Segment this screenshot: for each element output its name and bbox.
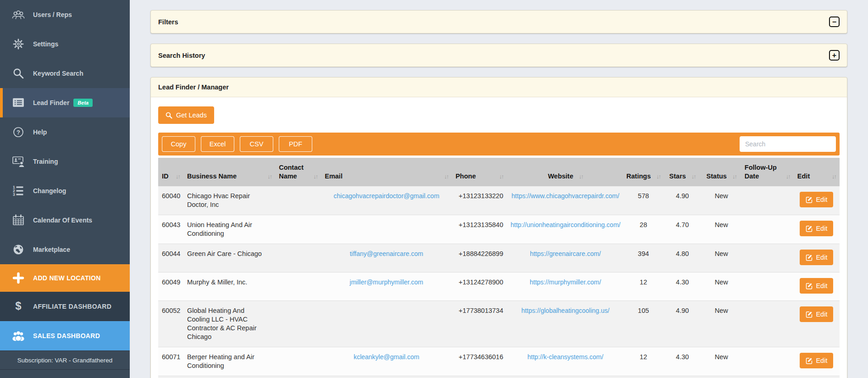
cell-text: 12 xyxy=(640,353,647,361)
cell-text: +13124278900 xyxy=(459,278,503,286)
cell-business_name: Green Air Care - Chicago xyxy=(183,244,275,272)
list-card-icon xyxy=(11,97,26,108)
sidebar-item-marketplace[interactable]: Marketplace xyxy=(0,235,130,264)
training-icon xyxy=(11,156,26,167)
cell-edit: Edit xyxy=(794,301,840,347)
sidebar-item-changelog[interactable]: 123 Changelog xyxy=(0,176,130,206)
cell-text: 4.90 xyxy=(676,192,689,200)
csv-button[interactable]: CSV xyxy=(240,136,273,152)
cell-ratings: 12 xyxy=(624,272,663,301)
website-link[interactable]: https://greenaircare.com/ xyxy=(530,250,601,257)
website-link[interactable]: http://unionheatingairconditioning.com/ xyxy=(510,221,620,228)
cell-status: New xyxy=(702,215,741,244)
column-header-ratings[interactable]: Ratings↓↑ xyxy=(624,158,663,186)
cell-text: 578 xyxy=(638,192,649,200)
sales-dashboard-button[interactable]: SALES DASHBOARD xyxy=(0,321,130,350)
edit-button[interactable]: Edit xyxy=(800,221,833,236)
lead-finder-panel-body: Get Leads Copy Excel CSV PDF ID↓↑ xyxy=(151,97,847,378)
copy-button[interactable]: Copy xyxy=(162,136,195,152)
column-header-stars[interactable]: Stars↓↑ xyxy=(663,158,702,186)
cell-phone xyxy=(452,376,507,378)
sort-icon: ↓↑ xyxy=(266,172,271,181)
get-leads-button[interactable]: Get Leads xyxy=(158,106,214,124)
website-link[interactable]: https://www.chicagohvacrepairdr.com/ xyxy=(512,192,619,200)
sidebar-item-label: Lead Finder xyxy=(33,99,69,106)
sidebar-item-training[interactable]: Training xyxy=(0,147,130,176)
column-header-website[interactable]: Website↓↑ xyxy=(507,158,624,186)
cell-email xyxy=(321,376,452,378)
affiliate-dashboard-button[interactable]: $ AFFILIATE DASHBOARD xyxy=(0,292,130,321)
affiliate-dashboard-label: AFFILIATE DASHBOARD xyxy=(33,303,111,310)
users-icon xyxy=(11,9,26,21)
edit-button[interactable]: Edit xyxy=(800,353,833,368)
collapse-icon[interactable]: − xyxy=(829,17,840,27)
sidebar-item-keyword-search[interactable]: Keyword Search xyxy=(0,59,130,88)
cell-stars: 4.30 xyxy=(663,272,702,301)
cell-text: Global Heating And Cooling LLC - HVAC Co… xyxy=(187,306,263,341)
column-header-contact-name[interactable]: Contact Name↓↑ xyxy=(275,158,321,186)
sidebar-item-settings[interactable]: Settings xyxy=(0,29,130,59)
add-new-location-button[interactable]: ADD NEW LOCATION xyxy=(0,264,130,292)
cell-website: https://www.chicagohvacrepairdr.com/ xyxy=(507,186,624,215)
edit-button[interactable]: Edit xyxy=(800,278,833,294)
edit-button[interactable]: Edit xyxy=(800,306,833,322)
email-link[interactable]: jmiller@murphymiller.com xyxy=(350,278,423,286)
cell-business_name: Chicago Hvac Repair Doctor, Inc xyxy=(183,186,275,215)
column-header-follow-up-date[interactable]: Follow-Up Date↓↑ xyxy=(741,158,794,186)
sidebar-item-lead-finder[interactable]: Lead Finder Beta xyxy=(0,88,130,117)
cell-edit: Edit xyxy=(794,244,840,272)
website-link[interactable]: http://k-cleansystems.com/ xyxy=(527,353,603,361)
edit-pencil-icon xyxy=(806,283,813,289)
column-header-edit[interactable]: Edit↓↑ xyxy=(794,158,840,186)
edit-button[interactable]: Edit xyxy=(800,250,833,265)
email-link[interactable]: tiffany@greenaircare.com xyxy=(350,250,423,257)
cell-phone: +13123135840 xyxy=(452,215,507,244)
pdf-button[interactable]: PDF xyxy=(279,136,312,152)
cell-contact_name xyxy=(275,244,321,272)
cell-text: +13123133220 xyxy=(459,192,503,200)
table-row: 60043Union Heating And Air Conditioning+… xyxy=(158,215,840,244)
cell-contact_name xyxy=(275,272,321,301)
cell-edit: Edit xyxy=(794,376,840,378)
cell-business_name: Murphy & Miller, Inc. xyxy=(183,272,275,301)
column-header-business-name[interactable]: Business Name↓↑ xyxy=(183,158,275,186)
website-link[interactable]: https://globalheatingcooling.us/ xyxy=(521,307,609,314)
export-toolbar: Copy Excel CSV PDF xyxy=(158,133,840,156)
cell-status: New xyxy=(702,244,741,272)
email-link[interactable]: chicagohvacrepairdoctor@gmail.com xyxy=(334,192,440,200)
sales-dashboard-label: SALES DASHBOARD xyxy=(33,332,100,339)
cell-edit: Edit xyxy=(794,272,840,301)
numbered-list-icon: 123 xyxy=(11,185,26,197)
cell-id: 60052 xyxy=(158,301,183,347)
leads-table: ID↓↑ Business Name↓↑ Contact Name↓↑ Emai… xyxy=(158,158,840,378)
edit-button[interactable]: Edit xyxy=(800,192,833,207)
filters-panel: Filters − xyxy=(150,10,847,33)
table-search-input[interactable] xyxy=(740,136,836,152)
table-row: 60052Global Heating And Cooling LLC - HV… xyxy=(158,301,840,347)
excel-button[interactable]: Excel xyxy=(201,136,234,152)
cell-phone: +13124278900 xyxy=(452,272,507,301)
expand-icon[interactable]: + xyxy=(829,50,840,61)
cell-text: 12 xyxy=(640,278,647,286)
sidebar-item-users-reps[interactable]: Users / Reps xyxy=(0,0,130,29)
cell-stars: 4.70 xyxy=(663,215,702,244)
column-header-status[interactable]: Status↓↑ xyxy=(702,158,741,186)
cell-website: http://k-cleansystems.com/ xyxy=(507,347,624,376)
sidebar-item-label: Settings xyxy=(33,40,58,48)
email-link[interactable]: kcleankyle@gmail.com xyxy=(354,353,419,361)
sidebar-item-calendar-of-events[interactable]: Calendar Of Events xyxy=(0,206,130,235)
search-history-panel: Search History + xyxy=(150,44,847,67)
cell-stars: 4.90 xyxy=(663,301,702,347)
column-header-email[interactable]: Email↓↑ xyxy=(321,158,452,186)
sort-icon: ↓↑ xyxy=(443,172,448,181)
table-header-row: ID↓↑ Business Name↓↑ Contact Name↓↑ Emai… xyxy=(158,158,840,186)
column-header-phone[interactable]: Phone↓↑ xyxy=(452,158,507,186)
cell-follow_up_date xyxy=(741,376,794,378)
website-link[interactable]: https://murphymiller.com/ xyxy=(530,278,601,286)
cell-text: New xyxy=(715,250,728,257)
cell-ratings xyxy=(624,376,663,378)
sidebar-item-help[interactable]: ? Help xyxy=(0,117,130,147)
cell-text: Berger Heating and Air Conditioning xyxy=(187,353,263,370)
column-header-id[interactable]: ID↓↑ xyxy=(158,158,183,186)
svg-text:$: $ xyxy=(15,300,22,312)
